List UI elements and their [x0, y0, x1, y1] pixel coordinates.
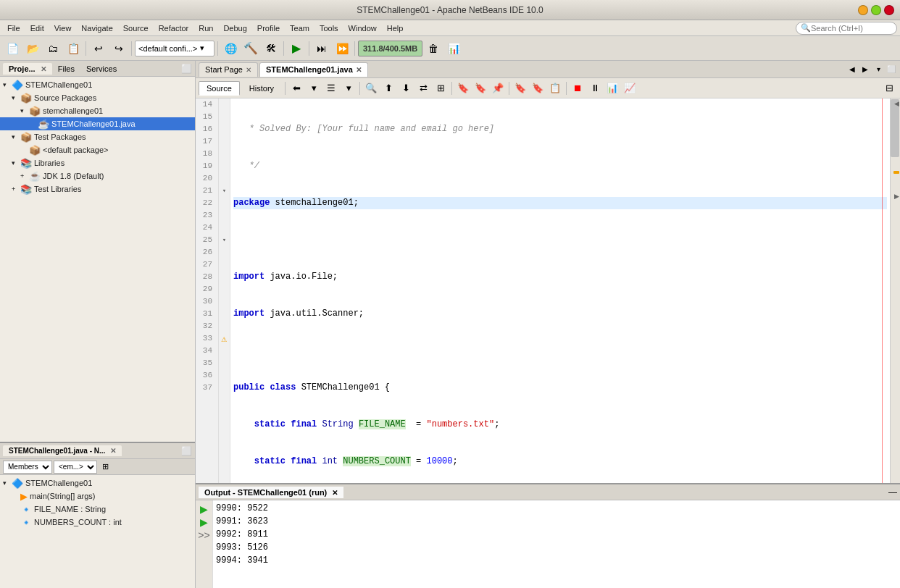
tab-next-button[interactable]: ▶ — [859, 64, 871, 75]
editor-scrollbar[interactable]: ◀ ▶ — [890, 98, 900, 483]
et-bookmark-more[interactable]: 📌 — [490, 80, 506, 96]
tree-item-test-packages[interactable]: ▾ 📦 Test Packages — [0, 130, 195, 143]
collapse-right-arrow[interactable]: ◀ — [894, 100, 899, 107]
menu-window[interactable]: Window — [344, 22, 381, 34]
et-toggle-search[interactable]: ⇄ — [415, 80, 431, 96]
et-pause[interactable]: ⏸ — [587, 80, 603, 96]
close-output-tab[interactable]: ✕ — [332, 489, 338, 497]
et-stop[interactable]: ⏹ — [570, 80, 586, 96]
menu-navigate[interactable]: Navigate — [77, 22, 117, 34]
tab-files[interactable]: Files — [52, 63, 80, 75]
step-into-button[interactable]: ⏩ — [333, 39, 351, 58]
members-main[interactable]: ▶ main(String[] args) — [0, 490, 195, 503]
close-projects-tab[interactable]: ✕ — [41, 65, 46, 73]
arrow-test-libraries[interactable]: + — [12, 185, 20, 193]
et-split[interactable]: ⊟ — [881, 80, 897, 96]
open-project-button[interactable]: 📂 — [23, 39, 42, 58]
et-tasks-next[interactable]: 🔖 — [530, 80, 546, 96]
menu-tools[interactable]: Tools — [315, 22, 343, 34]
menu-refactor[interactable]: Refactor — [154, 22, 193, 34]
maximize-projects-icon[interactable]: ⬜ — [181, 64, 192, 74]
tree-item-source-packages[interactable]: ▾ 📦 Source Packages — [0, 91, 195, 104]
tab-projects[interactable]: Proje... ✕ — [3, 63, 52, 75]
tree-item-test-libraries[interactable]: + 📚 Test Libraries — [0, 182, 195, 196]
menu-view[interactable]: View — [50, 22, 76, 34]
close-button[interactable] — [884, 5, 894, 15]
members-settings-button[interactable]: ⊞ — [99, 461, 112, 474]
arrow-libraries[interactable]: ▾ — [12, 159, 20, 167]
run-button[interactable]: ▶ — [287, 39, 306, 58]
et-match[interactable]: ⊞ — [433, 80, 449, 96]
arrow-members-class[interactable]: ▾ — [3, 479, 12, 487]
et-find-prev[interactable]: ⬆ — [380, 80, 396, 96]
config-dropdown[interactable]: <default confi...> ▾ — [135, 41, 214, 56]
tree-item-default-package[interactable]: 📦 <default package> — [0, 143, 195, 156]
open-file-button[interactable]: 🗂 — [43, 39, 62, 58]
gutter-collapse-class[interactable]: ▾ — [219, 185, 230, 197]
redo-button[interactable]: ↪ — [109, 39, 128, 58]
members-type-select[interactable]: Members — [3, 461, 52, 474]
tab-restore-button[interactable]: ⬜ — [886, 64, 897, 75]
tab-prev-button[interactable]: ◀ — [846, 64, 858, 75]
hammer-button[interactable]: 🔨 — [241, 39, 260, 58]
menu-team[interactable]: Team — [286, 22, 314, 34]
arrow-source-packages[interactable]: ▾ — [12, 94, 20, 101]
arrow-pkg-stemchallenge01[interactable]: ▾ — [20, 107, 29, 114]
scroll-thumb[interactable] — [891, 99, 899, 157]
clone-button[interactable]: 📋 — [64, 39, 83, 58]
gc-button[interactable]: 🗑 — [424, 39, 443, 58]
maximize-members-icon[interactable]: ⬜ — [181, 446, 192, 456]
et-more2[interactable]: 📈 — [622, 80, 638, 96]
code-content[interactable]: * Solved By: [Your full name and email g… — [230, 98, 890, 483]
tab-java-file[interactable]: STEMChallenge01.java ✕ — [259, 62, 368, 77]
menu-profile[interactable]: Profile — [253, 22, 284, 34]
tab-services[interactable]: Services — [80, 63, 122, 75]
minimize-button[interactable] — [858, 5, 868, 15]
et-navigate-back[interactable]: ⬅ — [288, 80, 304, 96]
menu-file[interactable]: File — [3, 22, 25, 34]
et-tasks-more[interactable]: 📋 — [547, 80, 563, 96]
et-navigate-dropdown[interactable]: ▾ — [306, 80, 322, 96]
members-numbers-count[interactable]: 🔹 NUMBERS_COUNT : int — [0, 516, 195, 529]
output-tab[interactable]: Output - STEMChallenge01 (run) ✕ — [199, 487, 343, 498]
menu-help[interactable]: Help — [383, 22, 408, 34]
members-class[interactable]: ▾ 🔷 STEMChallenge01 — [0, 476, 195, 490]
run-button-2[interactable]: ▶ — [200, 516, 208, 528]
source-tab[interactable]: Source — [199, 81, 240, 96]
tab-members-file[interactable]: STEMChallenge01.java - N... ✕ — [3, 445, 122, 456]
step-over-button[interactable]: ⏭ — [312, 39, 331, 58]
gutter-collapse-method[interactable]: ▾ — [219, 234, 230, 246]
menu-edit[interactable]: Edit — [26, 22, 49, 34]
close-java-file-tab[interactable]: ✕ — [356, 66, 362, 74]
et-dropdown-2[interactable]: ▾ — [341, 80, 357, 96]
menu-run[interactable]: Run — [194, 22, 217, 34]
et-bookmark-next[interactable]: 🔖 — [472, 80, 488, 96]
history-tab[interactable]: History — [241, 81, 282, 96]
et-tasks-prev[interactable]: 🔖 — [512, 80, 528, 96]
et-toggle-bookmarks[interactable]: ☰ — [323, 80, 339, 96]
expand-right-arrow[interactable]: ▶ — [894, 193, 899, 200]
globe-button[interactable]: 🌐 — [221, 39, 240, 58]
arrow-jdk[interactable]: + — [20, 172, 29, 180]
et-search[interactable]: 🔍 — [363, 80, 379, 96]
close-start-page-tab[interactable]: ✕ — [246, 66, 251, 74]
members-context-select[interactable]: <em...> — [54, 461, 97, 474]
tree-item-stemchallenge01[interactable]: ▾ 🔷 STEMChallenge01 — [0, 78, 195, 91]
tab-start-page[interactable]: Start Page ✕ — [199, 62, 258, 77]
stop-output-button[interactable]: >> — [198, 529, 209, 541]
close-members-tab[interactable]: ✕ — [110, 447, 116, 455]
tree-item-java-file[interactable]: ☕ STEMChallenge01.java — [0, 117, 195, 130]
new-file-button[interactable]: 📄 — [3, 39, 22, 58]
et-find-next[interactable]: ⬇ — [398, 80, 414, 96]
search-box[interactable]: 🔍 — [796, 22, 897, 35]
tree-item-libraries[interactable]: ▾ 📚 Libraries — [0, 156, 195, 169]
run-again-button[interactable]: ▶ — [200, 503, 208, 515]
arrow-stemchallenge01[interactable]: ▾ — [3, 81, 12, 88]
et-more1[interactable]: 📊 — [604, 80, 620, 96]
undo-button[interactable]: ↩ — [89, 39, 108, 58]
tree-item-pkg-stemchallenge01[interactable]: ▾ 📦 stemchallenge01 — [0, 104, 195, 117]
build-button[interactable]: 🛠 — [262, 39, 280, 58]
search-input[interactable] — [811, 24, 898, 33]
maximize-button[interactable] — [871, 5, 881, 15]
minimize-output-button[interactable]: — — [888, 487, 897, 497]
